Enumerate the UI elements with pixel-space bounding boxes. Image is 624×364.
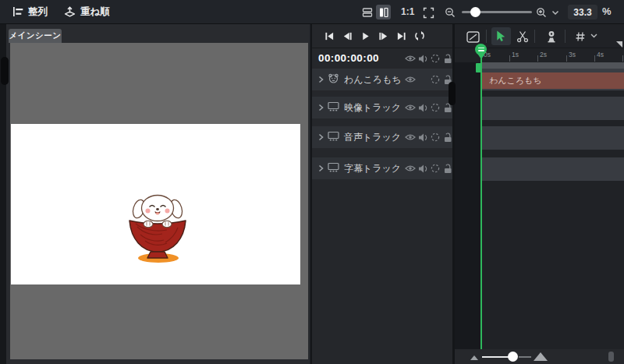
play-button[interactable] <box>357 27 374 44</box>
track-header-panel: 00:00:00:00 <box>310 24 452 364</box>
tab-main-scene[interactable]: メインシーン <box>9 29 62 43</box>
panel-divider-drag-handle[interactable] <box>448 82 456 105</box>
ruler-label: 2s <box>540 51 547 58</box>
subtitle-track-icon <box>328 161 339 175</box>
select-tool-button-active[interactable] <box>491 27 511 45</box>
sync-dashed-circle-icon[interactable] <box>429 54 441 63</box>
track-label: 音声トラック <box>344 131 401 144</box>
track-row-character[interactable]: わんころもち <box>312 69 452 90</box>
visibility-eye-icon[interactable] <box>404 55 417 62</box>
previous-frame-button[interactable] <box>339 27 356 44</box>
track-row-icons <box>404 69 454 90</box>
ruler-label: 4s <box>597 51 604 58</box>
sync-dashed-circle-icon[interactable] <box>429 133 441 142</box>
visibility-eye-icon[interactable] <box>404 164 417 172</box>
align-button[interactable]: 整列 <box>12 0 48 23</box>
timeline-lane-audio[interactable] <box>481 126 624 150</box>
percent-label: % <box>602 5 612 17</box>
visibility-eye-icon[interactable] <box>404 76 417 83</box>
track-row-audio[interactable]: 音声トラック <box>312 126 452 148</box>
preview-panel: メインシーン <box>6 24 310 364</box>
timeline-zoom-out-icon[interactable] <box>470 355 478 360</box>
snap-grid-icon[interactable] <box>572 28 589 45</box>
timeline-lane-video[interactable] <box>481 97 624 120</box>
preview-viewport[interactable] <box>10 43 308 359</box>
timeline-clip[interactable]: わんころもち <box>481 72 624 89</box>
track-row-icons <box>404 97 454 118</box>
ruler-end-marker-icon <box>616 41 622 48</box>
skip-to-start-button[interactable] <box>321 27 338 44</box>
track-row-icons <box>404 126 454 148</box>
sync-dashed-circle-icon[interactable] <box>429 75 441 84</box>
playhead-line[interactable] <box>480 58 482 350</box>
track-label: 映像トラック <box>344 101 401 115</box>
track-row-video[interactable]: 映像トラック <box>312 97 452 118</box>
track-label: 字幕トラック <box>344 162 401 175</box>
zoom-value-input[interactable]: 33.3 <box>568 5 597 19</box>
cursor-arrow-icon <box>496 30 506 42</box>
stack-order-button[interactable]: 重ね順 <box>64 0 110 23</box>
transport-controls <box>312 24 452 48</box>
top-toolbar: 整列 重ね順 1:1 33.3 % <box>0 0 624 24</box>
layout-vertical-button-active[interactable] <box>376 5 391 19</box>
track-row-subtitle[interactable]: 字幕トラック <box>312 157 452 179</box>
visibility-eye-icon[interactable] <box>404 104 417 111</box>
timeline-prezero-area <box>455 62 481 349</box>
keyframe-pin-icon[interactable] <box>543 28 560 45</box>
playhead-pin-tail <box>478 55 484 59</box>
master-row-icons <box>404 48 454 69</box>
timecode-row: 00:00:00:00 <box>312 48 452 69</box>
loop-playback-button[interactable] <box>411 27 427 44</box>
ruler-tick <box>566 55 567 62</box>
expand-chevron-icon[interactable] <box>318 76 324 83</box>
timeline-zoom-in-icon[interactable] <box>534 352 548 361</box>
playhead-pin[interactable] <box>475 44 487 55</box>
character-track-icon <box>328 72 339 87</box>
skip-to-end-button[interactable] <box>393 27 410 44</box>
next-frame-button[interactable] <box>375 27 392 44</box>
timeline-zoom-slider-rest[interactable] <box>519 356 531 358</box>
cut-scissors-icon[interactable] <box>514 28 531 45</box>
sync-dashed-circle-icon[interactable] <box>429 103 441 112</box>
track-row-icons <box>404 157 454 179</box>
puppy-in-bowl-artwork[interactable] <box>123 188 192 264</box>
track-label: わんころもち <box>344 73 402 87</box>
toolbar-separator <box>565 30 566 43</box>
toolbar-separator <box>486 30 487 43</box>
mute-speaker-icon[interactable] <box>417 104 429 112</box>
stack-order-label: 重ね順 <box>80 5 110 19</box>
align-label: 整列 <box>28 5 48 19</box>
zoom-1to1-button[interactable]: 1:1 <box>401 6 414 17</box>
zoom-out-icon[interactable] <box>444 6 456 19</box>
mute-speaker-icon[interactable] <box>417 133 429 142</box>
curve-editor-icon[interactable] <box>464 28 481 45</box>
timeline-scrollbar-thumb[interactable] <box>608 352 614 362</box>
layout-horizontal-button[interactable] <box>360 5 374 19</box>
zoom-preset-chevron-icon[interactable] <box>551 9 560 16</box>
ruler-tick <box>537 55 538 62</box>
fit-screen-icon[interactable] <box>421 5 435 19</box>
expand-chevron-icon[interactable] <box>318 104 324 111</box>
timeline-zoom-slider[interactable] <box>482 356 509 358</box>
mute-speaker-icon[interactable] <box>417 164 429 173</box>
mute-speaker-icon[interactable] <box>417 55 429 63</box>
preview-canvas[interactable] <box>11 124 300 284</box>
timeline-zoom-bar <box>455 349 624 364</box>
ruler-label: 3s <box>569 51 576 58</box>
audio-track-icon <box>328 130 339 144</box>
sync-dashed-circle-icon[interactable] <box>429 164 441 173</box>
video-editor-app: 整列 重ね順 1:1 33.3 % <box>0 0 624 364</box>
align-icon <box>12 6 23 17</box>
preview-zoom-slider-knob[interactable] <box>470 7 480 17</box>
timeline-zoom-slider-knob[interactable] <box>508 352 518 362</box>
expand-chevron-icon[interactable] <box>318 133 324 141</box>
left-panel-drag-handle[interactable] <box>1 57 9 85</box>
timeline-lane-subtitle[interactable] <box>481 157 624 181</box>
expand-chevron-icon[interactable] <box>318 164 324 172</box>
ruler-label: 1s <box>512 51 519 58</box>
timecode-display: 00:00:00:00 <box>318 52 379 64</box>
visibility-eye-icon[interactable] <box>404 133 417 141</box>
grid-options-chevron-icon[interactable] <box>589 32 598 40</box>
zoom-in-icon[interactable] <box>535 6 548 19</box>
ruler-tick <box>509 55 510 62</box>
